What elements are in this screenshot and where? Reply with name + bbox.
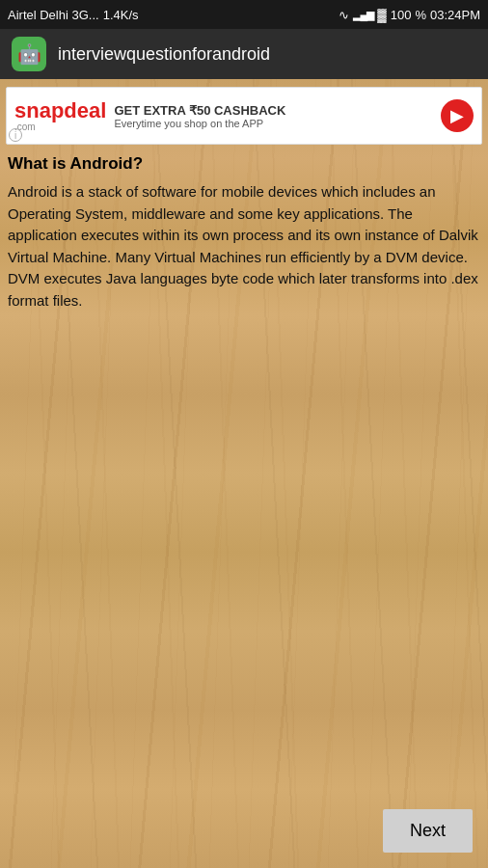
- answer-text: Android is a stack of software for mobil…: [8, 181, 480, 312]
- app-icon-symbol: 🤖: [17, 42, 41, 66]
- time-text: 03:24PM: [430, 8, 480, 22]
- speed-text: 1.4K/s: [103, 8, 139, 22]
- arrow-icon: ▶: [450, 105, 464, 126]
- ad-text-block: GET EXTRA ₹50 CASHBACK Everytime you sho…: [114, 103, 433, 129]
- ad-info-icon[interactable]: i: [9, 128, 22, 142]
- info-symbol: i: [14, 130, 16, 141]
- app-title: interviewquestionforandroid: [58, 44, 270, 65]
- battery-percent: 100: [391, 8, 412, 22]
- status-left: Airtel Delhi 3G... 1.4K/s: [8, 8, 139, 22]
- main-content: snapdeal .com GET EXTRA ₹50 CASHBACK Eve…: [0, 79, 488, 868]
- title-bar: 🤖 interviewquestionforandroid: [0, 29, 488, 79]
- ad-headline-text: GET EXTRA ₹50 CASHBACK: [114, 103, 285, 118]
- ad-subtext: Everytime you shop on the APP: [114, 118, 433, 129]
- snapdeal-logo: snapdeal .com: [14, 100, 106, 132]
- article-content: What is Android? Android is a stack of s…: [0, 150, 488, 319]
- signal-icon: ▂▄▆: [353, 9, 373, 21]
- battery-icon: ▓: [377, 8, 386, 22]
- ad-headline: GET EXTRA ₹50 CASHBACK: [114, 103, 433, 118]
- ad-arrow-button[interactable]: ▶: [441, 99, 474, 132]
- snapdeal-brand: snapdeal: [14, 100, 106, 122]
- status-right: ∿ ▂▄▆ ▓ 100% 03:24PM: [339, 8, 480, 22]
- carrier-text: Airtel Delhi 3G...: [8, 8, 99, 22]
- status-bar: Airtel Delhi 3G... 1.4K/s ∿ ▂▄▆ ▓ 100% 0…: [0, 0, 488, 29]
- question-title: What is Android?: [8, 154, 480, 174]
- app-icon: 🤖: [12, 37, 46, 71]
- ad-banner[interactable]: snapdeal .com GET EXTRA ₹50 CASHBACK Eve…: [6, 87, 482, 145]
- next-button[interactable]: Next: [383, 809, 473, 853]
- wifi-icon: ∿: [339, 8, 349, 22]
